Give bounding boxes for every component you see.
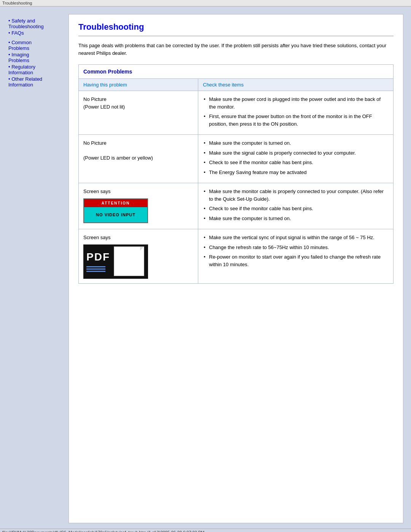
sidebar-item-safety[interactable]: Safety andTroubleshooting (8, 18, 68, 29)
sidebar-item-common[interactable]: CommonProblems (8, 40, 68, 51)
sidebar-label-faqs: FAQs (11, 30, 24, 36)
attention-body: NO VIDEO INPUT (84, 207, 147, 223)
table-row-4: Screen says PDF (79, 229, 393, 284)
content-area: Safety andTroubleshooting FAQs CommonPro… (8, 14, 403, 523)
divider (78, 36, 393, 36)
sidebar-item-faqs[interactable]: FAQs (8, 30, 68, 36)
section-title: Common Problems (83, 69, 132, 75)
checks-3: Make sure the monitor cable is properly … (198, 183, 393, 229)
problem-3: Screen says ATTENTION NO VIDEO INPUT (79, 183, 198, 229)
checks-2: Make sure the computer is turned on. Mak… (198, 135, 393, 183)
intro-text: This page deals with problems that can b… (78, 42, 393, 57)
check-2-4: The Energy Saving feature may be activat… (203, 169, 389, 176)
table-row-1: No Picture(Power LED not lit) Make sure … (79, 91, 393, 135)
sidebar: Safety andTroubleshooting FAQs CommonPro… (8, 14, 68, 523)
problem-1: No Picture(Power LED not lit) (79, 91, 198, 135)
title-bar-text: Troubleshooting (2, 1, 32, 5)
check-1-1: Make sure the power cord is plugged into… (203, 96, 389, 110)
check-4-3: Re-power on monitor to start over again … (203, 253, 389, 268)
pdf-line-1 (86, 266, 105, 267)
check-3-2: Check to see if the monitor cable has be… (203, 205, 389, 212)
screen-says-label-2: Screen says (83, 235, 111, 240)
pdf-lines (86, 266, 105, 273)
sidebar-item-other[interactable]: Other RelatedInformation (8, 76, 68, 88)
check-2-2: Make sure the signal cable is properly c… (203, 149, 389, 157)
title-bar: Troubleshooting (0, 0, 411, 6)
status-bar: file:///D|/My%20Documents/dfu/C6_Model/e… (0, 529, 411, 532)
problem-2: No Picture(Power LED is amber or yellow) (79, 135, 198, 183)
check-3-1: Make sure the monitor cable is properly … (203, 188, 389, 203)
check-2-1: Make sure the computer is turned on. (203, 139, 389, 147)
pdf-letters: PDF (86, 249, 110, 265)
sidebar-label-regulatory: RegulatoryInformation (8, 64, 35, 75)
screen-says-label-1: Screen says (83, 189, 111, 194)
bullet-list-4: Make sure the vertical sync of input sig… (203, 234, 389, 268)
bullet-list-3: Make sure the monitor cable is properly … (203, 188, 389, 222)
attention-box: ATTENTION NO VIDEO INPUT (83, 198, 148, 224)
pdf-line-2 (86, 268, 105, 270)
table-row-2: No Picture(Power LED is amber or yellow)… (79, 135, 393, 183)
sidebar-item-regulatory[interactable]: RegulatoryInformation (8, 64, 68, 75)
main-content: Troubleshooting This page deals with pro… (68, 14, 403, 523)
page-title: Troubleshooting (78, 22, 393, 32)
pdf-page (114, 246, 144, 276)
table-header-row: Having this problem Check these items (79, 79, 393, 91)
check-4-1: Make sure the vertical sync of input sig… (203, 234, 389, 241)
sidebar-label-common: CommonProblems (8, 40, 32, 51)
attention-header: ATTENTION (84, 199, 147, 207)
check-3-3: Make sure the computer is turned on. (203, 215, 389, 222)
check-4-2: Change the refresh rate to 56~75Hz withi… (203, 244, 389, 251)
check-2-3: Check to see if the monitor cable has be… (203, 159, 389, 166)
problems-table: Common Problems Having this problem Chec… (78, 64, 393, 284)
bullet-list-1: Make sure the power cord is plugged into… (203, 96, 389, 128)
checks-1: Make sure the power cord is plugged into… (198, 91, 393, 135)
page-wrapper: Safety andTroubleshooting FAQs CommonPro… (0, 6, 411, 527)
sidebar-item-imaging[interactable]: ImagingProblems (8, 52, 68, 63)
checks-4: Make sure the vertical sync of input sig… (198, 229, 393, 284)
sidebar-group-1: Safety andTroubleshooting FAQs (8, 18, 68, 36)
pdf-line-3 (86, 271, 105, 272)
sidebar-label-safety: Safety andTroubleshooting (8, 18, 44, 29)
status-bar-text: file:///D|/My%20Documents/dfu/C6_Model/e… (2, 530, 204, 532)
table-title-row: Common Problems (79, 65, 393, 79)
sidebar-label-imaging: ImagingProblems (8, 52, 29, 63)
pdf-image: PDF (83, 244, 148, 279)
col-check-header: Check these items (198, 79, 393, 91)
sidebar-label-other: Other RelatedInformation (8, 76, 42, 88)
table-row-3: Screen says ATTENTION NO VIDEO INPUT Mak… (79, 183, 393, 229)
col-problem-header: Having this problem (79, 79, 198, 91)
bullet-list-2: Make sure the computer is turned on. Mak… (203, 139, 389, 176)
sidebar-group-2: CommonProblems ImagingProblems Regulator… (8, 40, 68, 88)
check-1-2: First, ensure that the power button on t… (203, 113, 389, 128)
problem-4: Screen says PDF (79, 229, 198, 284)
